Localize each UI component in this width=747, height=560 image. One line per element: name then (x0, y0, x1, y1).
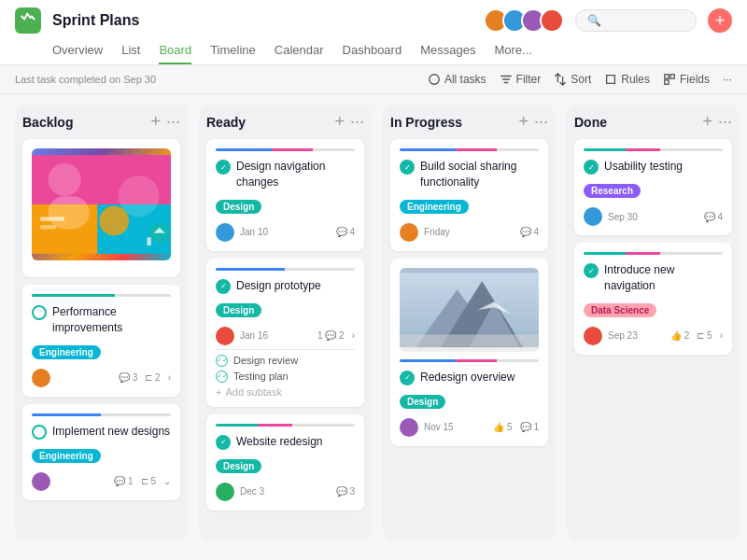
search-input[interactable] (607, 14, 691, 27)
comments-d1: 💬 4 (704, 212, 723, 222)
progress-ip1 (400, 148, 539, 151)
filter-label: Filter (516, 73, 542, 86)
all-tasks-icon (428, 73, 441, 86)
date-r1: Jan 10 (240, 227, 331, 237)
check-icon-ip1 (400, 160, 415, 175)
done-title: Done (574, 115, 702, 130)
card-b2: Performance improvements Engineering 💬 3… (22, 285, 180, 397)
progress-b2 (32, 294, 171, 297)
tag-b2: Engineering (32, 345, 101, 359)
date-ip1: Friday (424, 227, 514, 237)
card-check-r2: Design prototype (216, 278, 355, 294)
avatar-b3 (32, 472, 50, 491)
ready-actions[interactable]: + ··· (334, 115, 364, 130)
in-progress-more-icon[interactable]: ··· (534, 113, 548, 130)
tag-ip2: Design (400, 395, 445, 409)
nav-list[interactable]: List (121, 37, 140, 64)
more-dots: ··· (723, 73, 732, 86)
more-options-btn[interactable]: ··· (723, 73, 732, 86)
comments-b3: 💬 1 (114, 476, 133, 486)
rules-label: Rules (621, 73, 650, 86)
nav-overview[interactable]: Overview (52, 37, 103, 64)
card-footer-d1: Sep 30 💬 4 (584, 207, 723, 226)
card-r2: Design prototype Design Jan 16 1 💬 2 › ✓… (206, 259, 364, 407)
nav-board[interactable]: Board (159, 37, 191, 64)
check-icon-ip2 (400, 371, 415, 385)
filter-btn[interactable]: Filter (500, 73, 542, 86)
done-header: Done + ··· (574, 115, 732, 130)
sort-label: Sort (571, 73, 591, 86)
nav-more[interactable]: More... (494, 37, 531, 64)
meta-d2: 👍 2 ⊏ 5 › (670, 330, 723, 341)
card-footer-b2: 💬 3 ⊏ 2 › (32, 369, 171, 387)
card-check-d2: Introduce new navigation (584, 262, 723, 294)
card-title-r3: Website redesign (236, 434, 323, 450)
comments-r2: 1 💬 2 (317, 330, 345, 341)
card-footer-ip2: Nov 15 👍 5 💬 1 (400, 418, 539, 437)
comments-ip1: 💬 4 (520, 227, 539, 237)
nav-messages[interactable]: Messages (420, 37, 475, 64)
add-button[interactable]: + (708, 8, 732, 33)
progress-d2 (584, 252, 723, 255)
mountain-image (400, 268, 539, 352)
card-title-d2: Introduce new navigation (604, 262, 723, 294)
forward-b2: › (168, 372, 171, 383)
rules-btn[interactable]: Rules (604, 73, 650, 86)
backlog-actions[interactable]: + ··· (150, 115, 180, 130)
filter-icon (500, 73, 513, 86)
team-avatars (484, 8, 564, 33)
card-ip2: Redesign overview Design Nov 15 👍 5 💬 1 (390, 259, 548, 446)
progress-r1 (216, 148, 355, 151)
forward-d2: › (720, 330, 723, 341)
nav-dashboard[interactable]: Dashboard (343, 37, 402, 64)
subtask-r2-2: ✓ Testing plan (216, 370, 355, 383)
subtask-label-1: Design review (233, 355, 298, 366)
add-subtask-btn[interactable]: + Add subtask (216, 386, 355, 398)
card-d1: Usability testing Research Sep 30 💬 4 (574, 139, 732, 235)
done-actions[interactable]: + ··· (702, 115, 732, 130)
avatar-4 (540, 8, 564, 33)
card-footer-r2: Jan 16 1 💬 2 › (216, 327, 355, 345)
progress-r3 (216, 424, 355, 427)
check-icon-d1 (584, 160, 599, 175)
svg-point-0 (430, 75, 440, 85)
search-box[interactable]: 🔍 (575, 9, 697, 32)
backlog-more-icon[interactable]: ··· (166, 113, 180, 130)
in-progress-actions[interactable]: + ··· (518, 115, 548, 130)
backlog-add-icon[interactable]: + (150, 113, 161, 130)
subtasks-b2: ⊏ 2 (145, 372, 160, 383)
svg-rect-1 (665, 75, 669, 78)
ready-more-icon[interactable]: ··· (350, 113, 364, 130)
done-more-icon[interactable]: ··· (718, 113, 732, 130)
all-tasks-label: All tasks (444, 73, 486, 86)
avatar-ip1 (400, 223, 418, 242)
subtask-check-2: ✓ (216, 371, 228, 383)
meta-r2: 1 💬 2 › (317, 330, 355, 341)
header: Sprint Plans 🔍 + Overview List Board Tim… (0, 0, 747, 65)
tag-d1: Research (584, 184, 641, 198)
fields-btn[interactable]: Fields (663, 73, 710, 86)
progress-r2 (216, 268, 355, 271)
subtask-r2-1: ✓ Design review (216, 354, 355, 367)
progress-d1 (584, 148, 723, 151)
card-d2: Introduce new navigation Data Science Se… (574, 243, 732, 355)
nav-calendar[interactable]: Calendar (275, 37, 324, 64)
meta-b2: 💬 3 ⊏ 2 › (119, 372, 171, 383)
avatar-d2 (584, 327, 602, 345)
ready-add-icon[interactable]: + (334, 113, 345, 130)
tag-r3: Design (216, 459, 261, 473)
date-ip2: Nov 15 (424, 422, 487, 432)
fields-icon (663, 73, 676, 86)
sort-btn[interactable]: Sort (554, 73, 591, 86)
nav-timeline[interactable]: Timeline (210, 37, 256, 64)
all-tasks-btn[interactable]: All tasks (428, 73, 486, 86)
meta-b3: 💬 1 ⊏ 5 ⌄ (114, 476, 171, 486)
toolbar: Last task completed on Sep 30 All tasks … (0, 65, 747, 94)
tag-b3: Engineering (32, 449, 101, 463)
toolbar-actions: All tasks Filter Sort Rules Fields ··· (428, 73, 732, 86)
done-add-icon[interactable]: + (702, 113, 712, 130)
meta-d1: 💬 4 (704, 212, 723, 222)
card-footer-r1: Jan 10 💬 4 (216, 223, 355, 242)
svg-point-11 (99, 206, 129, 236)
in-progress-add-icon[interactable]: + (518, 113, 529, 130)
